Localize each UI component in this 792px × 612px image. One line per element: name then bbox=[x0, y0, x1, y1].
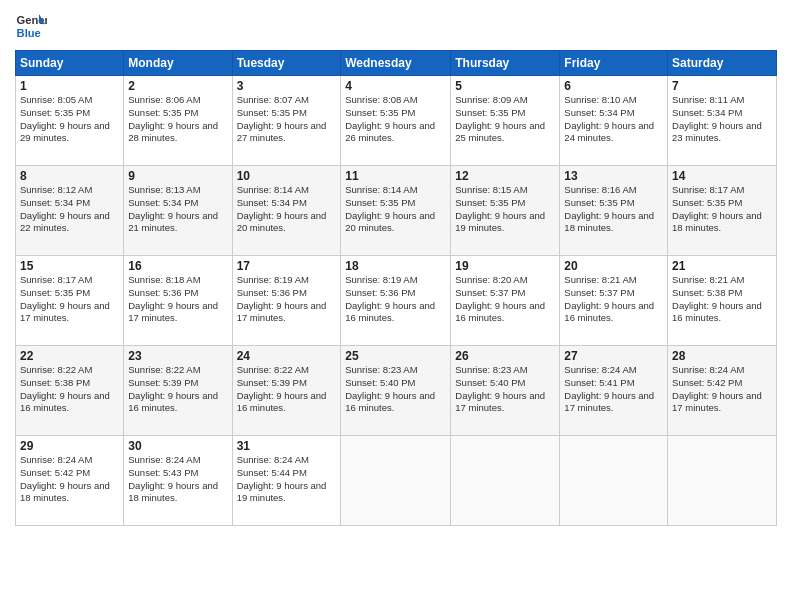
day-number: 22 bbox=[20, 349, 119, 363]
day-number: 18 bbox=[345, 259, 446, 273]
day-info: Sunrise: 8:10 AM Sunset: 5:34 PM Dayligh… bbox=[564, 94, 663, 145]
day-info: Sunrise: 8:16 AM Sunset: 5:35 PM Dayligh… bbox=[564, 184, 663, 235]
week-row-3: 15 Sunrise: 8:17 AM Sunset: 5:35 PM Dayl… bbox=[16, 256, 777, 346]
day-number: 26 bbox=[455, 349, 555, 363]
day-number: 14 bbox=[672, 169, 772, 183]
day-cell bbox=[341, 436, 451, 526]
day-info: Sunrise: 8:21 AM Sunset: 5:38 PM Dayligh… bbox=[672, 274, 772, 325]
week-row-5: 29 Sunrise: 8:24 AM Sunset: 5:42 PM Dayl… bbox=[16, 436, 777, 526]
svg-text:Blue: Blue bbox=[17, 27, 41, 39]
week-row-1: 1 Sunrise: 8:05 AM Sunset: 5:35 PM Dayli… bbox=[16, 76, 777, 166]
day-number: 8 bbox=[20, 169, 119, 183]
day-info: Sunrise: 8:14 AM Sunset: 5:35 PM Dayligh… bbox=[345, 184, 446, 235]
day-number: 6 bbox=[564, 79, 663, 93]
day-cell: 16 Sunrise: 8:18 AM Sunset: 5:36 PM Dayl… bbox=[124, 256, 232, 346]
day-info: Sunrise: 8:11 AM Sunset: 5:34 PM Dayligh… bbox=[672, 94, 772, 145]
day-info: Sunrise: 8:22 AM Sunset: 5:38 PM Dayligh… bbox=[20, 364, 119, 415]
day-info: Sunrise: 8:17 AM Sunset: 5:35 PM Dayligh… bbox=[20, 274, 119, 325]
day-cell bbox=[451, 436, 560, 526]
day-cell: 13 Sunrise: 8:16 AM Sunset: 5:35 PM Dayl… bbox=[560, 166, 668, 256]
day-info: Sunrise: 8:13 AM Sunset: 5:34 PM Dayligh… bbox=[128, 184, 227, 235]
day-cell: 15 Sunrise: 8:17 AM Sunset: 5:35 PM Dayl… bbox=[16, 256, 124, 346]
day-cell: 5 Sunrise: 8:09 AM Sunset: 5:35 PM Dayli… bbox=[451, 76, 560, 166]
day-number: 25 bbox=[345, 349, 446, 363]
day-info: Sunrise: 8:18 AM Sunset: 5:36 PM Dayligh… bbox=[128, 274, 227, 325]
day-cell: 20 Sunrise: 8:21 AM Sunset: 5:37 PM Dayl… bbox=[560, 256, 668, 346]
day-number: 10 bbox=[237, 169, 337, 183]
day-info: Sunrise: 8:19 AM Sunset: 5:36 PM Dayligh… bbox=[237, 274, 337, 325]
day-info: Sunrise: 8:24 AM Sunset: 5:41 PM Dayligh… bbox=[564, 364, 663, 415]
day-cell: 26 Sunrise: 8:23 AM Sunset: 5:40 PM Dayl… bbox=[451, 346, 560, 436]
day-cell: 14 Sunrise: 8:17 AM Sunset: 5:35 PM Dayl… bbox=[668, 166, 777, 256]
day-cell: 21 Sunrise: 8:21 AM Sunset: 5:38 PM Dayl… bbox=[668, 256, 777, 346]
day-cell: 28 Sunrise: 8:24 AM Sunset: 5:42 PM Dayl… bbox=[668, 346, 777, 436]
weekday-header: SundayMondayTuesdayWednesdayThursdayFrid… bbox=[16, 51, 777, 76]
day-cell: 31 Sunrise: 8:24 AM Sunset: 5:44 PM Dayl… bbox=[232, 436, 341, 526]
day-info: Sunrise: 8:20 AM Sunset: 5:37 PM Dayligh… bbox=[455, 274, 555, 325]
day-info: Sunrise: 8:24 AM Sunset: 5:42 PM Dayligh… bbox=[672, 364, 772, 415]
weekday-saturday: Saturday bbox=[668, 51, 777, 76]
day-number: 12 bbox=[455, 169, 555, 183]
day-info: Sunrise: 8:15 AM Sunset: 5:35 PM Dayligh… bbox=[455, 184, 555, 235]
day-cell: 23 Sunrise: 8:22 AM Sunset: 5:39 PM Dayl… bbox=[124, 346, 232, 436]
day-info: Sunrise: 8:24 AM Sunset: 5:44 PM Dayligh… bbox=[237, 454, 337, 505]
page: General Blue SundayMondayTuesdayWednesda… bbox=[0, 0, 792, 612]
day-cell: 9 Sunrise: 8:13 AM Sunset: 5:34 PM Dayli… bbox=[124, 166, 232, 256]
day-number: 11 bbox=[345, 169, 446, 183]
day-info: Sunrise: 8:08 AM Sunset: 5:35 PM Dayligh… bbox=[345, 94, 446, 145]
day-number: 16 bbox=[128, 259, 227, 273]
day-info: Sunrise: 8:23 AM Sunset: 5:40 PM Dayligh… bbox=[455, 364, 555, 415]
day-cell: 1 Sunrise: 8:05 AM Sunset: 5:35 PM Dayli… bbox=[16, 76, 124, 166]
day-number: 17 bbox=[237, 259, 337, 273]
day-cell: 25 Sunrise: 8:23 AM Sunset: 5:40 PM Dayl… bbox=[341, 346, 451, 436]
day-number: 7 bbox=[672, 79, 772, 93]
weekday-tuesday: Tuesday bbox=[232, 51, 341, 76]
day-info: Sunrise: 8:06 AM Sunset: 5:35 PM Dayligh… bbox=[128, 94, 227, 145]
day-number: 31 bbox=[237, 439, 337, 453]
day-cell: 12 Sunrise: 8:15 AM Sunset: 5:35 PM Dayl… bbox=[451, 166, 560, 256]
day-number: 20 bbox=[564, 259, 663, 273]
weekday-monday: Monday bbox=[124, 51, 232, 76]
day-cell: 11 Sunrise: 8:14 AM Sunset: 5:35 PM Dayl… bbox=[341, 166, 451, 256]
day-cell: 2 Sunrise: 8:06 AM Sunset: 5:35 PM Dayli… bbox=[124, 76, 232, 166]
day-cell bbox=[668, 436, 777, 526]
day-cell bbox=[560, 436, 668, 526]
day-number: 27 bbox=[564, 349, 663, 363]
day-number: 3 bbox=[237, 79, 337, 93]
day-number: 24 bbox=[237, 349, 337, 363]
weekday-thursday: Thursday bbox=[451, 51, 560, 76]
day-number: 30 bbox=[128, 439, 227, 453]
day-number: 4 bbox=[345, 79, 446, 93]
day-info: Sunrise: 8:21 AM Sunset: 5:37 PM Dayligh… bbox=[564, 274, 663, 325]
day-number: 23 bbox=[128, 349, 227, 363]
day-info: Sunrise: 8:17 AM Sunset: 5:35 PM Dayligh… bbox=[672, 184, 772, 235]
day-info: Sunrise: 8:23 AM Sunset: 5:40 PM Dayligh… bbox=[345, 364, 446, 415]
day-cell: 7 Sunrise: 8:11 AM Sunset: 5:34 PM Dayli… bbox=[668, 76, 777, 166]
day-cell: 17 Sunrise: 8:19 AM Sunset: 5:36 PM Dayl… bbox=[232, 256, 341, 346]
day-number: 15 bbox=[20, 259, 119, 273]
day-number: 19 bbox=[455, 259, 555, 273]
day-number: 29 bbox=[20, 439, 119, 453]
day-cell: 10 Sunrise: 8:14 AM Sunset: 5:34 PM Dayl… bbox=[232, 166, 341, 256]
day-info: Sunrise: 8:14 AM Sunset: 5:34 PM Dayligh… bbox=[237, 184, 337, 235]
day-number: 13 bbox=[564, 169, 663, 183]
day-cell: 22 Sunrise: 8:22 AM Sunset: 5:38 PM Dayl… bbox=[16, 346, 124, 436]
day-number: 9 bbox=[128, 169, 227, 183]
day-cell: 3 Sunrise: 8:07 AM Sunset: 5:35 PM Dayli… bbox=[232, 76, 341, 166]
day-info: Sunrise: 8:07 AM Sunset: 5:35 PM Dayligh… bbox=[237, 94, 337, 145]
day-number: 2 bbox=[128, 79, 227, 93]
day-cell: 4 Sunrise: 8:08 AM Sunset: 5:35 PM Dayli… bbox=[341, 76, 451, 166]
day-info: Sunrise: 8:12 AM Sunset: 5:34 PM Dayligh… bbox=[20, 184, 119, 235]
day-number: 5 bbox=[455, 79, 555, 93]
day-cell: 29 Sunrise: 8:24 AM Sunset: 5:42 PM Dayl… bbox=[16, 436, 124, 526]
weekday-friday: Friday bbox=[560, 51, 668, 76]
logo: General Blue bbox=[15, 10, 47, 42]
day-info: Sunrise: 8:09 AM Sunset: 5:35 PM Dayligh… bbox=[455, 94, 555, 145]
week-row-2: 8 Sunrise: 8:12 AM Sunset: 5:34 PM Dayli… bbox=[16, 166, 777, 256]
calendar: SundayMondayTuesdayWednesdayThursdayFrid… bbox=[15, 50, 777, 526]
day-cell: 19 Sunrise: 8:20 AM Sunset: 5:37 PM Dayl… bbox=[451, 256, 560, 346]
day-cell: 27 Sunrise: 8:24 AM Sunset: 5:41 PM Dayl… bbox=[560, 346, 668, 436]
day-info: Sunrise: 8:22 AM Sunset: 5:39 PM Dayligh… bbox=[128, 364, 227, 415]
header: General Blue bbox=[15, 10, 777, 42]
day-cell: 6 Sunrise: 8:10 AM Sunset: 5:34 PM Dayli… bbox=[560, 76, 668, 166]
